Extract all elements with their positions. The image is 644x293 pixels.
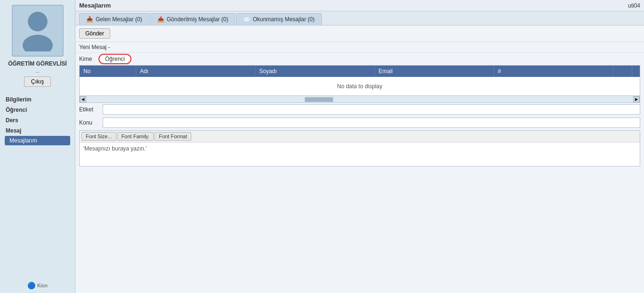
konu-input[interactable]	[103, 117, 640, 128]
font-family-button[interactable]: Font Family.	[117, 132, 154, 141]
page-title: Mesajlarım	[79, 2, 111, 9]
kion-icon: 🔵	[27, 282, 35, 289]
action-bar: Gönder	[75, 25, 644, 42]
user-name: ÖĞRETİM GÖREVLİSİ	[6, 60, 69, 67]
table-body: No data to display	[80, 77, 640, 96]
logout-button[interactable]: Çıkış	[24, 76, 51, 87]
sidebar-nav: Bilgilerim Öğrenci Ders Mesaj Mesajlarım	[0, 94, 75, 145]
sidebar-footer: 🔵 Kion	[24, 278, 51, 293]
col-email: Email	[375, 66, 494, 77]
recipient-row: Kime Öğrenci	[75, 53, 644, 65]
sent-icon: 📤	[157, 16, 164, 23]
message-editor: Font Size... Font Family. Font Format 'M…	[79, 130, 640, 167]
new-message-label: Yeni Mesaj -	[75, 42, 644, 53]
user-subtitle: ...	[35, 68, 40, 74]
table-header: No Adı Soyadı Email #	[80, 66, 640, 77]
sidebar: ÖĞRETİM GÖREVLİSİ ... Çıkış Bilgilerim Ö…	[0, 0, 75, 293]
sidebar-item-bilgilerim[interactable]: Bilgilerim	[5, 94, 70, 105]
sidebar-item-ogrenci[interactable]: Öğrenci	[5, 105, 70, 115]
recipients-table: No Adı Soyadı Email # No data to display…	[79, 65, 640, 103]
konu-row: Konu	[75, 116, 644, 129]
top-bar: Mesajlarım uti04	[75, 0, 644, 11]
sidebar-item-ders[interactable]: Ders	[5, 115, 70, 126]
message-body[interactable]: 'Mesajınızı buraya yazın.'	[80, 142, 640, 166]
sidebar-item-mesaj[interactable]: Mesaj	[5, 126, 70, 136]
scroll-right-btn[interactable]: ▶	[633, 96, 640, 103]
font-format-button[interactable]: Font Format	[155, 132, 191, 141]
scroll-left-btn[interactable]: ◀	[80, 96, 86, 103]
col-adi: Adı	[136, 66, 255, 77]
inbox-icon: 📥	[86, 16, 93, 23]
sidebar-item-mesajlarim[interactable]: Mesajlarım	[5, 136, 70, 145]
editor-toolbar: Font Size... Font Family. Font Format	[80, 131, 640, 142]
unread-icon: ✉️	[243, 16, 250, 23]
user-avatar-icon	[19, 9, 57, 53]
tab-okunmamis[interactable]: ✉️ Okunmamış Mesajlar (0)	[236, 13, 321, 25]
etiket-row: Etiket	[75, 103, 644, 116]
horizontal-scrollbar[interactable]: ◀ ▶	[80, 96, 640, 102]
col-soyadi: Soyadı	[255, 66, 375, 77]
col-no: No	[80, 66, 136, 77]
tab-gelen[interactable]: 📥 Gelen Mesajlar (0)	[79, 13, 149, 25]
svg-point-0	[28, 11, 48, 31]
ogrenci-button[interactable]: Öğrenci	[98, 54, 131, 64]
tab-gonderilmis[interactable]: 📤 Gönderilmiş Mesajlar (0)	[150, 13, 236, 25]
username-display: uti04	[628, 2, 640, 9]
scroll-thumb[interactable]	[305, 97, 333, 102]
main-content: Mesajlarım uti04 📥 Gelen Mesajlar (0) 📤 …	[75, 0, 644, 293]
svg-point-1	[23, 34, 53, 51]
tab-bar: 📥 Gelen Mesajlar (0) 📤 Gönderilmiş Mesaj…	[75, 11, 644, 25]
no-data-text: No data to display	[337, 83, 382, 90]
kime-label: Kime	[79, 56, 96, 62]
etiket-label: Etiket	[79, 106, 103, 113]
scroll-track[interactable]	[86, 97, 633, 102]
send-button[interactable]: Gönder	[79, 28, 110, 39]
konu-label: Konu	[79, 119, 103, 126]
col-hash: #	[494, 66, 613, 77]
font-size-button[interactable]: Font Size...	[82, 132, 116, 141]
etiket-input[interactable]	[103, 104, 640, 115]
col-scroll	[613, 66, 632, 77]
avatar	[12, 5, 64, 57]
